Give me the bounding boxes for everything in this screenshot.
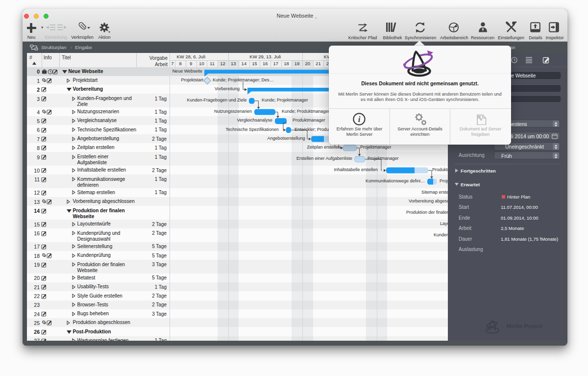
svg-text:i: i [358, 115, 361, 124]
